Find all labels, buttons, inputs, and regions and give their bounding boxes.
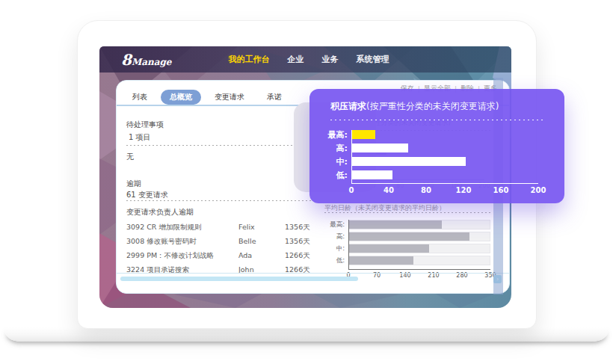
laptop-base xyxy=(4,327,609,342)
chart-category-label: 最高: xyxy=(328,129,348,141)
table-row-owner: Belle xyxy=(238,237,285,246)
chart-row: 最高: xyxy=(352,130,538,139)
chart-plot-area: 最高:高:中:低: xyxy=(348,220,490,270)
chart-category-label: 低: xyxy=(336,170,348,181)
chart-bar xyxy=(352,130,375,139)
chart-category-label: 高: xyxy=(336,232,345,241)
pending-items-title: 待处理事项 xyxy=(126,120,164,130)
chart-bar-track xyxy=(349,244,490,253)
chart-bar xyxy=(352,144,408,152)
table-row-owner: Felix xyxy=(238,223,285,232)
chart-row: 中: xyxy=(352,157,538,166)
owner-overdue-title: 变更请求负责人逾期 xyxy=(126,207,194,218)
chart-row: 高: xyxy=(352,144,538,152)
nav-item-enterprise[interactable]: 企业 xyxy=(288,54,304,65)
table-row-age: 1266天 xyxy=(285,251,322,260)
chart-axis-tick: 200 xyxy=(531,186,546,194)
pending-items-value[interactable]: 1 项目 xyxy=(129,132,151,143)
logo-name: Manage xyxy=(132,57,172,67)
table-row-title[interactable]: 3008 修改账号密码时 xyxy=(126,237,238,246)
chart-bar xyxy=(349,256,413,265)
table-row-title[interactable]: 3092 CR 增加限制规则 xyxy=(126,223,238,232)
chart-row: 中: xyxy=(349,244,490,253)
tab-commitments[interactable]: 承诺 xyxy=(258,90,291,105)
chart-bar xyxy=(352,170,392,179)
backlog-chart: 最高:高:中:低:04080120160200 xyxy=(321,126,538,196)
chart-bar-track xyxy=(349,232,490,241)
nav-item-my-workbench[interactable]: 我的工作台 xyxy=(229,54,270,65)
card-title: 积压请求(按严重性分类的未关闭变更请求) xyxy=(330,100,499,113)
dotted-divider xyxy=(126,200,312,202)
logo-8: 8 xyxy=(121,51,132,69)
chart-axis: 04080120160200 xyxy=(351,186,538,196)
chart-axis-tick: 120 xyxy=(456,186,472,194)
table-row-owner: Ada xyxy=(238,251,285,260)
chart-bar xyxy=(352,157,466,166)
horizontal-scrollbar-thumb[interactable] xyxy=(120,277,358,281)
chart-row: 高: xyxy=(349,232,490,241)
chart-category-label: 中: xyxy=(336,156,348,167)
nav-item-business[interactable]: 业务 xyxy=(322,54,339,65)
top-navigation: 我的工作台 企业 业务 系统管理 xyxy=(229,54,389,65)
chart-category-label: 中: xyxy=(336,244,345,253)
empty-label: 无 xyxy=(126,152,134,162)
chart-bar xyxy=(349,220,442,229)
chart-bar xyxy=(349,232,469,241)
app-header: 8Manage 我的工作台 企业 业务 系统管理 xyxy=(99,46,511,73)
chart-category-label: 高: xyxy=(336,143,348,154)
table-row-age: 1356天 xyxy=(285,223,322,232)
nav-item-system-admin[interactable]: 系统管理 xyxy=(357,54,389,65)
chart-row: 最高: xyxy=(349,220,490,229)
dotted-divider xyxy=(330,120,546,121)
chart-axis-tick: 160 xyxy=(493,186,509,194)
chart-plot-area: 最高:高:中:低: xyxy=(351,130,538,184)
dotted-divider xyxy=(324,212,490,214)
chart-bar xyxy=(349,244,429,253)
overdue-title: 逾期 xyxy=(126,179,141,189)
chart-bar-track xyxy=(352,170,538,179)
app-logo[interactable]: 8Manage xyxy=(121,51,172,69)
avg-age-chart: 最高:高:中:低:070140210280350 xyxy=(324,216,490,282)
chart-row: 低: xyxy=(352,170,538,179)
tab-overview[interactable]: 总概览 xyxy=(161,90,201,105)
backlog-callout-card: 积压请求(按严重性分类的未关闭变更请求) 最高:高:中:低:0408012016… xyxy=(309,89,564,203)
laptop-mockup: 8Manage 我的工作台 企业 业务 系统管理 保存 | 显示全部 | 删除 … xyxy=(0,0,613,364)
chart-category-label: 最高: xyxy=(330,220,345,229)
tab-change-requests[interactable]: 变更请求 xyxy=(206,90,253,105)
tab-bar: 列表 总概览 变更请求 承诺 xyxy=(123,90,291,105)
chart-axis-tick: 0 xyxy=(349,186,354,194)
chart-category-label: 低: xyxy=(336,256,345,265)
horizontal-scrollbar-track xyxy=(117,273,509,274)
card-title-subtitle: (按严重性分类的未关闭变更请求) xyxy=(366,101,499,111)
chart-axis-tick: 80 xyxy=(421,186,431,194)
dotted-divider xyxy=(126,145,312,146)
table-row-age: 1356天 xyxy=(285,237,322,246)
table-row-title[interactable]: 2999 PM：不修改计划战略 xyxy=(126,251,238,260)
chart-bar-track xyxy=(349,220,490,229)
chart-bar-track xyxy=(352,157,538,166)
overdue-value[interactable]: 61 变更请求 xyxy=(126,190,168,200)
card-title-main: 积压请求 xyxy=(330,101,366,111)
chart-bar-track xyxy=(349,256,490,265)
overdue-table: 3092 CR 增加限制规则 Felix 1356天 3008 修改账号密码时 … xyxy=(126,223,322,274)
chart-bar-track xyxy=(352,144,538,152)
chart-axis-tick: 40 xyxy=(383,186,394,194)
tab-list[interactable]: 列表 xyxy=(123,90,156,105)
chart-bar-track xyxy=(352,130,538,139)
chart-row: 低: xyxy=(349,256,490,265)
